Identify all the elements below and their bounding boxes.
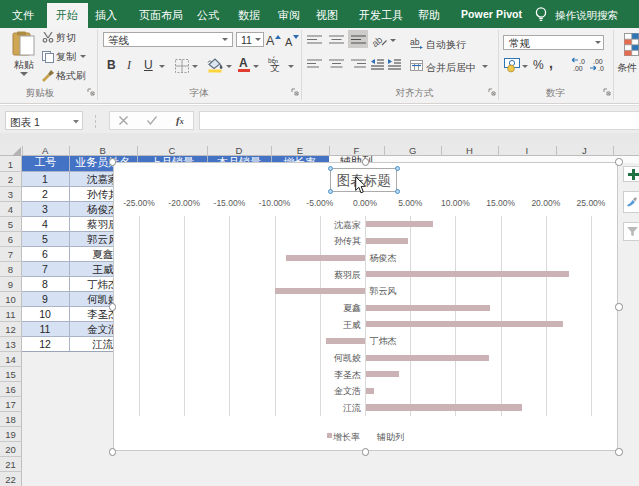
svg-text:.00: .00 <box>593 58 603 65</box>
svg-text:.00: .00 <box>573 65 583 72</box>
svg-text:.0: .0 <box>598 65 604 72</box>
svg-text:.0: .0 <box>579 58 585 65</box>
svg-text:ab: ab <box>371 34 384 48</box>
svg-text:ab: ab <box>410 37 420 47</box>
svg-text:文: 文 <box>270 62 280 72</box>
